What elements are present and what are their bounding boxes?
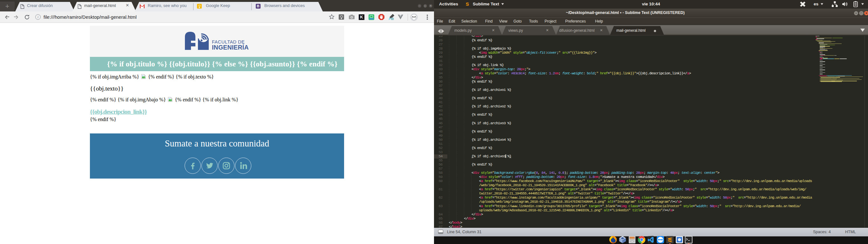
svg-text:INGENIERÍA: INGENIERÍA [212, 44, 248, 50]
